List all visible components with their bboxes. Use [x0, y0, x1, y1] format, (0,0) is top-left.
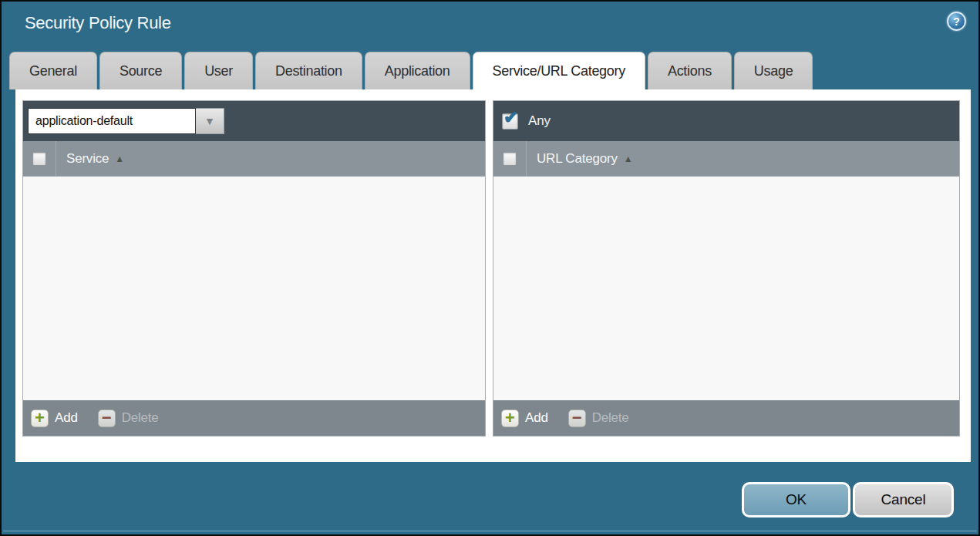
delete-label: Delete [122, 410, 159, 426]
delete-icon: − [568, 410, 586, 427]
url-delete-button[interactable]: − Delete [568, 410, 629, 427]
url-panel-header: ✔ Any [493, 101, 959, 141]
page-title: Security Policy Rule [25, 13, 171, 33]
url-select-all-cell [493, 141, 527, 176]
tab-service-url-category[interactable]: Service/URL Category [473, 52, 645, 89]
service-panel: application-default ▼ Service ▲ + Add [22, 100, 486, 437]
any-label: Any [528, 113, 551, 129]
sort-asc-icon[interactable]: ▲ [624, 153, 633, 164]
add-label: Add [55, 410, 78, 426]
service-delete-button[interactable]: − Delete [98, 410, 159, 427]
tab-general[interactable]: General [9, 52, 97, 89]
tab-application[interactable]: Application [365, 52, 470, 89]
sort-asc-icon[interactable]: ▲ [115, 153, 124, 164]
url-panel-footer: + Add − Delete [493, 400, 959, 436]
service-type-value[interactable]: application-default [28, 108, 196, 134]
tab-user[interactable]: User [184, 52, 253, 89]
add-icon: + [501, 410, 519, 427]
service-panel-header: application-default ▼ [23, 101, 485, 141]
add-label: Add [525, 410, 548, 426]
service-list[interactable] [23, 177, 485, 400]
content-area: application-default ▼ Service ▲ + Add [15, 89, 971, 462]
url-category-panel: ✔ Any URL Category ▲ + Add − [493, 100, 960, 437]
service-select-all-checkbox[interactable] [32, 152, 46, 166]
url-add-button[interactable]: + Add [501, 410, 548, 427]
add-icon: + [31, 410, 49, 427]
help-glyph: ? [953, 15, 960, 28]
tab-actions[interactable]: Actions [648, 52, 732, 89]
tab-usage[interactable]: Usage [734, 52, 813, 89]
delete-label: Delete [592, 410, 629, 426]
bottom-accent-line [3, 530, 977, 532]
cancel-button[interactable]: Cancel [853, 482, 954, 517]
service-panel-footer: + Add − Delete [23, 400, 485, 436]
service-add-button[interactable]: + Add [31, 410, 78, 427]
url-column-header-row: URL Category ▲ [493, 141, 959, 177]
any-row: ✔ Any [498, 113, 551, 130]
security-policy-rule-dialog: Security Policy Rule ? General Source Us… [0, 0, 980, 536]
tab-destination[interactable]: Destination [255, 52, 362, 89]
url-category-column-header[interactable]: URL Category [537, 151, 618, 167]
ok-button[interactable]: OK [742, 482, 850, 517]
service-type-dropdown[interactable]: application-default ▼ [28, 108, 224, 134]
url-category-list[interactable] [493, 177, 959, 400]
tab-source[interactable]: Source [99, 52, 182, 89]
checkmark-icon: ✔ [503, 109, 518, 126]
any-checkbox[interactable]: ✔ [502, 113, 518, 130]
service-select-all-cell [23, 141, 56, 176]
delete-icon: − [98, 410, 116, 427]
url-select-all-checkbox[interactable] [503, 152, 517, 166]
tab-bar: General Source User Destination Applicat… [9, 52, 813, 89]
service-column-header[interactable]: Service [66, 151, 109, 167]
dropdown-arrow-icon[interactable]: ▼ [196, 108, 224, 134]
service-column-header-row: Service ▲ [23, 141, 485, 177]
help-icon[interactable]: ? [947, 12, 966, 31]
